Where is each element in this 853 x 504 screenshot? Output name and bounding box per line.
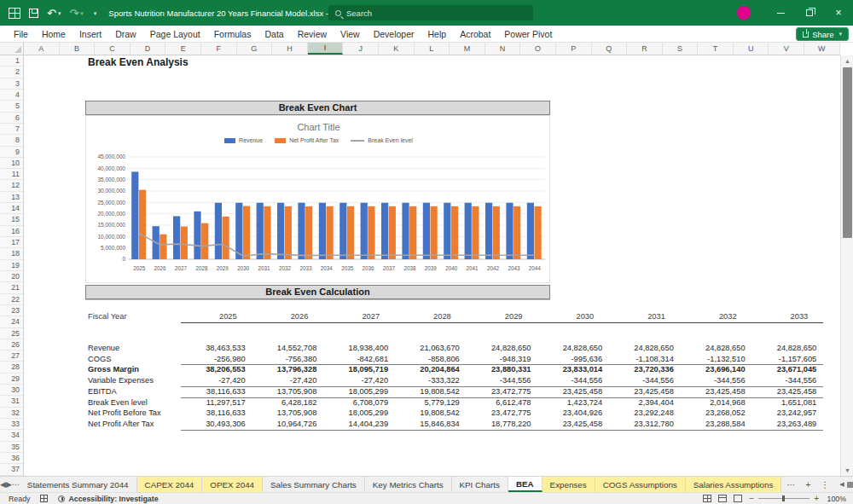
ribbon-tab-view[interactable]: View xyxy=(334,26,367,42)
sheet-tab-cogs-assumptions[interactable]: COGS Assumptions xyxy=(595,477,686,492)
row-header-6[interactable]: 6 xyxy=(0,113,23,124)
row-header-5[interactable]: 5 xyxy=(0,101,23,112)
vertical-scrollbar-thumb[interactable] xyxy=(843,67,852,238)
sheet-tab-sales-summary-charts[interactable]: Sales Summary Charts xyxy=(263,477,365,492)
column-header-C[interactable]: C xyxy=(95,43,131,55)
row-header-13[interactable]: 13 xyxy=(0,192,23,203)
share-button[interactable]: Share ▾ xyxy=(796,27,849,41)
sheet-tab-bea[interactable]: BEA xyxy=(508,477,543,492)
column-header-B[interactable]: B xyxy=(60,43,96,55)
restore-button[interactable] xyxy=(795,0,824,26)
row-header-29[interactable]: 29 xyxy=(0,374,23,385)
column-header-T[interactable]: T xyxy=(698,43,734,55)
ribbon-tab-file[interactable]: File xyxy=(7,26,35,42)
ribbon-tab-review[interactable]: Review xyxy=(291,26,334,42)
save-icon[interactable] xyxy=(29,9,38,18)
sheet-tab-salaries-assumptions[interactable]: Salaries Assumptions xyxy=(686,477,782,492)
row-header-2[interactable]: 2 xyxy=(0,67,23,78)
scroll-down-icon[interactable]: ▼ xyxy=(841,465,853,476)
tab-options-icon[interactable]: ⋮ xyxy=(815,477,834,492)
row-header-19[interactable]: 19 xyxy=(0,260,23,271)
column-header-V[interactable]: V xyxy=(769,43,804,55)
excel-app-icon[interactable] xyxy=(9,8,20,19)
sheet-tab-capex-2044[interactable]: CAPEX 2044 xyxy=(137,477,203,492)
ribbon-tab-acrobat[interactable]: Acrobat xyxy=(453,26,497,42)
sheet-nav-more-icon[interactable]: ⋯ xyxy=(12,477,20,492)
column-header-U[interactable]: U xyxy=(734,43,769,55)
normal-view-icon[interactable] xyxy=(703,495,711,502)
sheet-tab-key-metrics-charts[interactable]: Key Metrics Charts xyxy=(365,477,452,492)
horizontal-scrollbar-thumb[interactable] xyxy=(847,482,853,488)
row-header-20[interactable]: 20 xyxy=(0,271,23,282)
sheet-tab-opex-2044[interactable]: OPEX 2044 xyxy=(202,477,263,492)
hscroll-left-icon[interactable]: ◀ xyxy=(839,481,844,488)
row-header-25[interactable]: 25 xyxy=(0,328,23,339)
column-header-S[interactable]: S xyxy=(663,43,699,55)
row-header-16[interactable]: 16 xyxy=(0,226,23,237)
zoom-slider[interactable]: − + xyxy=(749,494,819,503)
row-header-23[interactable]: 23 xyxy=(0,305,23,316)
search-input[interactable]: Search xyxy=(328,5,533,20)
scroll-up-icon[interactable]: ▲ xyxy=(841,55,853,67)
row-header-33[interactable]: 33 xyxy=(0,419,23,430)
column-header-K[interactable]: K xyxy=(379,43,415,55)
row-header-34[interactable]: 34 xyxy=(0,430,23,441)
sheet-tab-statements-summary-2044[interactable]: Statements Summary 2044 xyxy=(20,477,137,492)
column-header-F[interactable]: F xyxy=(201,43,237,55)
vertical-scrollbar[interactable]: ▲ ▼ xyxy=(840,55,853,476)
row-header-4[interactable]: 4 xyxy=(0,90,23,101)
sheet-nav-left-icon[interactable]: ◀ xyxy=(0,477,6,492)
ribbon-tab-insert[interactable]: Insert xyxy=(73,26,108,42)
sheet-nav-right-icon[interactable]: ▶ xyxy=(6,477,12,492)
zoom-out-icon[interactable]: − xyxy=(749,494,754,503)
sheet-tab-expenses[interactable]: Expenses xyxy=(543,477,595,492)
row-header-10[interactable]: 10 xyxy=(0,158,23,169)
row-header-26[interactable]: 26 xyxy=(0,339,23,350)
column-header-R[interactable]: R xyxy=(627,43,663,55)
select-all-corner[interactable] xyxy=(0,43,24,55)
ribbon-tab-home[interactable]: Home xyxy=(35,26,73,42)
row-header-36[interactable]: 36 xyxy=(0,453,23,464)
row-header-18[interactable]: 18 xyxy=(0,248,23,259)
row-header-32[interactable]: 32 xyxy=(0,408,23,419)
column-header-H[interactable]: H xyxy=(272,43,308,55)
column-header-G[interactable]: G xyxy=(237,43,273,55)
row-header-7[interactable]: 7 xyxy=(0,124,23,135)
avatar[interactable] xyxy=(737,6,751,20)
zoom-thumb[interactable] xyxy=(782,495,785,501)
zoom-level[interactable]: 100% xyxy=(826,495,846,503)
zoom-in-icon[interactable]: + xyxy=(814,494,819,503)
row-header-11[interactable]: 11 xyxy=(0,169,23,180)
row-header-14[interactable]: 14 xyxy=(0,203,23,214)
column-header-Q[interactable]: Q xyxy=(592,43,628,55)
more-sheets-icon[interactable]: ⋯ xyxy=(781,477,800,492)
undo-icon[interactable]: ↶▾ xyxy=(47,8,61,19)
ribbon-tab-developer[interactable]: Developer xyxy=(367,26,421,42)
ribbon-tab-power-pivot[interactable]: Power Pivot xyxy=(497,26,559,42)
row-header-8[interactable]: 8 xyxy=(0,135,23,146)
new-sheet-button[interactable]: + xyxy=(800,477,815,492)
minimize-button[interactable] xyxy=(766,0,795,26)
column-header-M[interactable]: M xyxy=(450,43,485,55)
column-header-J[interactable]: J xyxy=(343,43,379,55)
ribbon-tab-data[interactable]: Data xyxy=(258,26,290,42)
accessibility-status[interactable]: Accessibility: Investigate xyxy=(58,495,158,503)
row-header-24[interactable]: 24 xyxy=(0,316,23,327)
row-header-1[interactable]: 1 xyxy=(0,55,23,67)
row-header-31[interactable]: 31 xyxy=(0,396,23,407)
row-header-35[interactable]: 35 xyxy=(0,442,23,453)
row-header-9[interactable]: 9 xyxy=(0,147,23,158)
sheet-tab-kpi-charts[interactable]: KPI Charts xyxy=(452,477,508,492)
column-header-D[interactable]: D xyxy=(131,43,166,55)
ribbon-tab-draw[interactable]: Draw xyxy=(108,26,143,42)
row-header-21[interactable]: 21 xyxy=(0,282,23,293)
customize-toolbar-icon[interactable]: ▾ xyxy=(92,10,97,16)
column-header-E[interactable]: E xyxy=(165,43,201,55)
column-header-O[interactable]: O xyxy=(520,43,556,55)
column-header-P[interactable]: P xyxy=(556,43,592,55)
row-header-27[interactable]: 27 xyxy=(0,350,23,362)
row-header-3[interactable]: 3 xyxy=(0,78,23,90)
column-header-N[interactable]: N xyxy=(485,43,521,55)
close-button[interactable]: × xyxy=(824,0,853,26)
row-header-12[interactable]: 12 xyxy=(0,180,23,191)
